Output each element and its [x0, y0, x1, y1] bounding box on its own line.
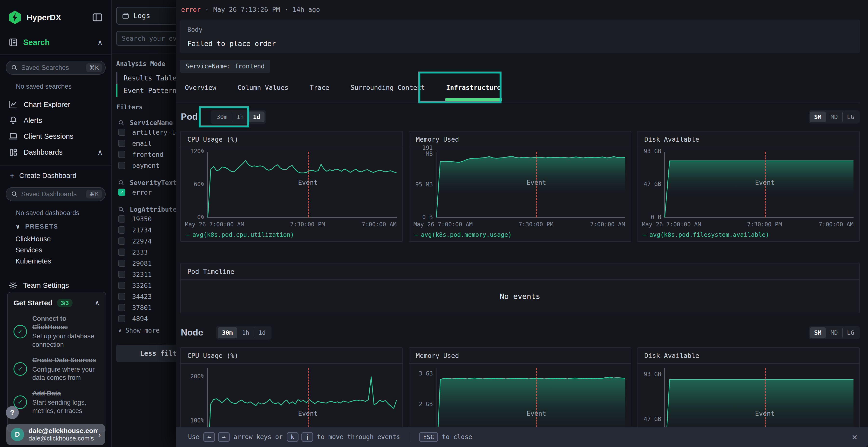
chevron-up-icon[interactable]: ∧: [97, 148, 103, 156]
filter-option-artillery-load[interactable]: artillery-load: [116, 127, 176, 138]
x-axis-label: 7:00:00 AM: [362, 221, 397, 228]
tab-surrounding-context[interactable]: Surrounding Context: [340, 72, 436, 103]
checkbox[interactable]: [118, 260, 125, 267]
checkbox[interactable]: [118, 129, 125, 136]
sidebar-item-label: Dashboards: [24, 148, 97, 156]
chevron-up-icon[interactable]: ∧: [97, 39, 103, 46]
sidebar-item-dashboards[interactable]: Dashboards ∧: [0, 144, 112, 160]
create-dashboard-button[interactable]: + Create Dashboard: [0, 170, 112, 181]
get-started-step[interactable]: ✓ Connect to ClickHouse Set up your data…: [13, 314, 100, 349]
checkbox[interactable]: [118, 151, 125, 158]
x-axis-label: May 26 7:00:00 AM: [642, 221, 701, 228]
source-select-value: Logs: [133, 11, 150, 20]
checkbox[interactable]: [118, 140, 125, 147]
esc-key: ESC: [419, 432, 438, 442]
help-button[interactable]: ?: [6, 406, 19, 419]
checkbox[interactable]: [118, 315, 125, 322]
service-name-chip[interactable]: ServiceName: frontend: [180, 60, 270, 73]
less-filters-button[interactable]: Less filters: [116, 345, 176, 362]
filter-option-4894[interactable]: 4894: [116, 313, 176, 324]
checkbox[interactable]: [118, 162, 125, 169]
sidebar-item-chart-explorer[interactable]: Chart Explorer: [0, 97, 112, 112]
pod-section-header: Pod 30m1h1d SMMDLG: [181, 109, 860, 125]
collapse-sidebar-icon[interactable]: [92, 13, 103, 22]
step-desc: Start sending logs, metrics, or traces: [32, 398, 100, 415]
filter-option-29081[interactable]: 29081: [116, 258, 176, 269]
preset-kubernetes[interactable]: Kubernetes: [0, 255, 112, 267]
gear-icon: [9, 281, 18, 290]
chart-pod-cpu: CPU Usage (%)120%60%0%EventMay 26 7:00:0…: [180, 131, 403, 242]
range-option-1h[interactable]: 1h: [232, 111, 248, 122]
chevron-up-icon[interactable]: ∧: [94, 299, 100, 307]
filter-option-frontend[interactable]: frontend: [116, 149, 176, 160]
filter-option-payment[interactable]: payment: [116, 160, 176, 171]
checkbox[interactable]: [118, 227, 125, 234]
filter-option-label: 32311: [132, 271, 152, 278]
source-select-button[interactable]: Logs: [116, 7, 176, 25]
event-search-box[interactable]: [116, 31, 176, 46]
checkbox[interactable]: [118, 304, 125, 311]
range-option-sm[interactable]: SM: [810, 327, 826, 338]
chart-card-body: 191 MB95 MB0 BEventMay 26 7:00:00 AM7:30…: [409, 147, 631, 241]
range-option-1h[interactable]: 1h: [237, 327, 254, 338]
range-option-md[interactable]: MD: [826, 327, 842, 338]
sidebar-item-alerts[interactable]: Alerts: [0, 112, 112, 128]
range-option-lg[interactable]: LG: [842, 111, 859, 122]
filter-option-34423[interactable]: 34423: [116, 291, 176, 302]
event-age: 14h ago: [292, 6, 320, 13]
filter-option-2333[interactable]: 2333: [116, 247, 176, 257]
checkbox[interactable]: [118, 238, 125, 245]
hyperdx-app: HyperDX Search ∧ Saved Searches ⌘K No sa…: [0, 0, 868, 447]
close-icon[interactable]: ×: [852, 432, 858, 442]
show-more-button[interactable]: ∨ Show more: [116, 327, 176, 334]
range-option-1d[interactable]: 1d: [248, 111, 265, 122]
filter-option-32311[interactable]: 32311: [116, 269, 176, 280]
analysis-mode-results-table[interactable]: Results Table: [116, 72, 176, 84]
filter-option-33261[interactable]: 33261: [116, 280, 176, 291]
tab-overview[interactable]: Overview: [176, 72, 227, 103]
checkbox[interactable]: [118, 282, 125, 289]
presets-toggle[interactable]: ∨ PRESETS: [0, 223, 112, 230]
checkbox[interactable]: [118, 271, 125, 278]
hint-text: to move through events: [317, 433, 400, 441]
preset-clickhouse[interactable]: ClickHouse: [0, 233, 112, 244]
filter-option-21734[interactable]: 21734: [116, 225, 176, 235]
event-search-input[interactable]: [121, 34, 176, 42]
get-started-step[interactable]: ✓ Add Data Start sending logs, metrics, …: [13, 389, 100, 415]
checkbox[interactable]: ✓: [118, 188, 125, 196]
user-menu[interactable]: D dale@clickhouse.com dale@clickhouse.co…: [6, 424, 105, 445]
filter-option-error[interactable]: ✓error: [116, 187, 176, 198]
filter-option-19350[interactable]: 19350: [116, 214, 176, 224]
range-option-30m[interactable]: 30m: [218, 327, 237, 338]
x-axis: May 26 7:00:00 AM7:30:00 PM7:00:00 AM: [641, 219, 854, 230]
chart-card-header: Disk Available: [638, 132, 859, 147]
filter-option-37801[interactable]: 37801: [116, 302, 176, 313]
sidebar-item-client-sessions[interactable]: Client Sessions: [0, 128, 112, 144]
range-option-1d[interactable]: 1d: [254, 327, 270, 338]
checkbox[interactable]: [118, 293, 125, 300]
filter-option-22974[interactable]: 22974: [116, 236, 176, 246]
checkbox[interactable]: [118, 215, 125, 222]
chart-pod-mem: Memory Used191 MB95 MB0 BEventMay 26 7:0…: [409, 131, 631, 242]
chart-title: Disk Available: [644, 352, 699, 359]
analysis-mode-event-patterns[interactable]: Event Patterns: [116, 84, 176, 97]
checkbox[interactable]: [118, 248, 125, 256]
tab-infrastructure[interactable]: Infrastructure: [436, 72, 512, 103]
sidebar-item-team-settings[interactable]: Team Settings: [0, 281, 112, 290]
sidebar-item-search[interactable]: Search ∧: [0, 36, 112, 49]
tab-column-values[interactable]: Column Values: [227, 72, 299, 103]
preset-services[interactable]: Services: [0, 244, 112, 255]
range-option-lg[interactable]: LG: [842, 327, 859, 338]
range-option-sm[interactable]: SM: [810, 111, 826, 122]
range-option-30m[interactable]: 30m: [212, 111, 232, 122]
step-title: Add Data: [32, 389, 100, 398]
chart-card-header: CPU Usage (%): [181, 132, 402, 147]
saved-searches-input[interactable]: Saved Searches ⌘K: [6, 61, 105, 75]
analysis-mode-list: Results TableEvent Patterns: [116, 72, 176, 97]
search-panel: Logs Analysis Mode Results TableEvent Pa…: [112, 0, 176, 447]
tab-trace[interactable]: Trace: [299, 72, 340, 103]
filter-option-email[interactable]: email: [116, 138, 176, 148]
get-started-step[interactable]: ✓ Create Data Sources Configure where yo…: [13, 356, 100, 382]
saved-dashboards-input[interactable]: Saved Dashboards ⌘K: [6, 187, 105, 201]
range-option-md[interactable]: MD: [826, 111, 842, 122]
